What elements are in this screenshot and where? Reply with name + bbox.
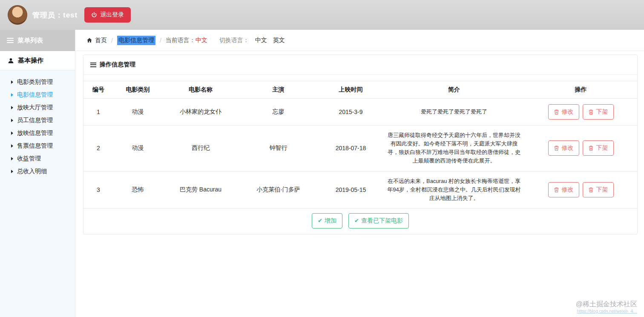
card-title: 操作信息管理 xyxy=(100,61,135,69)
language-option-en[interactable]: 英文 xyxy=(273,37,285,44)
check-icon: ✔ xyxy=(318,217,322,224)
cell-date: 2015-3-9 xyxy=(318,99,384,126)
sidebar-item-label: 收益管理 xyxy=(17,155,41,163)
add-button[interactable]: ✔ 增加 xyxy=(312,213,342,228)
power-icon xyxy=(91,12,97,18)
caret-right-icon xyxy=(11,131,13,135)
col-header-star: 主演 xyxy=(239,81,318,99)
current-language-value: 中文 xyxy=(196,37,207,44)
caret-right-icon xyxy=(11,119,13,122)
col-header-category: 电影类别 xyxy=(113,81,162,99)
caret-right-icon xyxy=(11,144,13,148)
main-area: 首页 / 电影信息管理 / 当前语言： 中文 切换语言： 中文 英文 操作信息管… xyxy=(75,30,644,317)
col-header-intro: 简介 xyxy=(384,81,524,99)
cell-id: 3 xyxy=(83,171,113,208)
cell-actions: 修改 下架 xyxy=(524,171,637,208)
home-icon xyxy=(86,37,92,43)
offline-button[interactable]: 下架 xyxy=(583,182,614,197)
cell-star: 小克莱伯·门多萨 xyxy=(239,171,318,208)
movie-info-card: 操作信息管理 编号 电影类别 电影名称 主演 上映时间 xyxy=(83,54,638,234)
cell-actions: 修改 下架 xyxy=(524,126,637,171)
trash-icon xyxy=(588,145,594,151)
sidebar-item-revenue[interactable]: 收益管理 xyxy=(0,152,75,165)
edit-button[interactable]: 修改 xyxy=(548,182,579,197)
sidebar-item-hall[interactable]: 放映大厅管理 xyxy=(0,101,75,114)
offline-button[interactable]: 下架 xyxy=(583,104,614,120)
cell-name: 巴克劳 Bacurau xyxy=(162,171,239,208)
view-offline-button[interactable]: ✔ 查看已下架电影 xyxy=(348,213,409,228)
col-header-date: 上映时间 xyxy=(318,81,384,99)
cell-intro: 在不远的未来，Bacurau 村的女族长卡梅蒂塔逝世，享年94岁，全村都沉浸在悲… xyxy=(384,171,524,208)
cell-intro: 爱死了爱死了爱死了爱死了 xyxy=(384,99,524,126)
offline-label: 下架 xyxy=(596,108,608,116)
check-icon: ✔ xyxy=(354,217,359,224)
offline-label: 下架 xyxy=(596,186,608,194)
sidebar-item-ticket[interactable]: 售票信息管理 xyxy=(0,140,75,152)
add-label: 增加 xyxy=(325,217,336,225)
content-area: 操作信息管理 编号 电影类别 电影名称 主演 上映时间 xyxy=(75,51,644,234)
breadcrumb-home-label: 首页 xyxy=(95,37,107,44)
cell-id: 1 xyxy=(83,99,113,126)
sidebar-item-label: 放映大厅管理 xyxy=(17,104,53,111)
cell-intro: 唐三藏师徒取得奇经交予天庭的十六年后，世界却并没有因此变好。如今奇经下落不明，天… xyxy=(384,126,524,171)
trash-icon xyxy=(588,187,594,193)
sidebar-menu: 电影类别管理 电影信息管理 放映大厅管理 员工信息管理 放映信息管理 售票信息管… xyxy=(0,71,75,183)
cell-date: 2019-05-15 xyxy=(318,171,384,208)
sidebar-item-label: 放映信息管理 xyxy=(17,129,53,137)
table-row: 3 恐怖 巴克劳 Bacurau 小克莱伯·门多萨 2019-05-15 在不远… xyxy=(83,171,637,208)
cell-id: 2 xyxy=(83,126,113,171)
movie-table: 编号 电影类别 电影名称 主演 上映时间 简介 操作 1 动漫 xyxy=(83,81,637,208)
avatar xyxy=(8,5,27,25)
edit-button[interactable]: 修改 xyxy=(548,104,579,120)
breadcrumb-separator: / xyxy=(160,37,161,44)
switch-language-label: 切换语言： xyxy=(219,37,249,44)
sidebar-item-movie-category[interactable]: 电影类别管理 xyxy=(0,76,75,89)
sidebar-item-label: 总收入明细 xyxy=(17,168,47,175)
edit-button[interactable]: 修改 xyxy=(548,140,579,156)
current-language-label: 当前语言： xyxy=(166,37,196,44)
sidebar-item-income-detail[interactable]: 总收入明细 xyxy=(0,165,75,178)
breadcrumb-separator: / xyxy=(111,37,113,44)
sidebar-item-screening[interactable]: 放映信息管理 xyxy=(0,127,75,140)
cell-actions: 修改 下架 xyxy=(524,99,637,126)
hamburger-icon xyxy=(90,61,96,68)
trash-icon xyxy=(554,109,559,115)
offline-button[interactable]: 下架 xyxy=(583,140,614,156)
admin-role-text: 管理员： xyxy=(32,11,63,19)
trash-icon xyxy=(554,145,559,151)
col-header-id: 编号 xyxy=(83,81,113,99)
cell-name: 西行纪 xyxy=(162,126,239,171)
caret-right-icon xyxy=(11,170,13,173)
sidebar-item-label: 员工信息管理 xyxy=(17,117,53,124)
caret-right-icon xyxy=(11,93,13,97)
trash-icon xyxy=(554,187,559,193)
cell-category: 动漫 xyxy=(113,99,162,126)
cell-category: 恐怖 xyxy=(113,171,162,208)
cell-name: 小林家的龙女仆 xyxy=(162,99,239,126)
breadcrumb-home[interactable]: 首页 xyxy=(86,37,107,44)
sidebar-item-label: 电影类别管理 xyxy=(17,78,53,86)
cell-star: 钟智行 xyxy=(239,126,318,171)
edit-label: 修改 xyxy=(562,144,574,152)
language-option-zh[interactable]: 中文 xyxy=(255,37,267,44)
caret-right-icon xyxy=(11,157,13,160)
logout-button[interactable]: 退出登录 xyxy=(84,7,131,23)
sidebar-item-label: 电影信息管理 xyxy=(17,91,53,99)
cell-category: 动漫 xyxy=(113,126,162,171)
offline-label: 下架 xyxy=(596,144,608,152)
list-icon xyxy=(7,37,14,44)
caret-right-icon xyxy=(11,80,13,84)
admin-username: test xyxy=(63,11,78,19)
sidebar-item-movie-info[interactable]: 电影信息管理 xyxy=(0,89,75,101)
edit-label: 修改 xyxy=(562,108,574,116)
sidebar-menu-title: 菜单列表 xyxy=(0,30,75,51)
col-header-actions: 操作 xyxy=(524,81,637,99)
card-header: 操作信息管理 xyxy=(83,55,637,75)
menu-title-label: 菜单列表 xyxy=(17,37,43,45)
trash-icon xyxy=(588,109,594,115)
caret-right-icon xyxy=(11,106,13,109)
view-offline-label: 查看已下架电影 xyxy=(361,217,403,225)
sidebar-item-staff[interactable]: 员工信息管理 xyxy=(0,114,75,127)
sidebar-section-basic[interactable]: 基本操作 xyxy=(0,51,75,71)
logout-label: 退出登录 xyxy=(100,11,124,19)
